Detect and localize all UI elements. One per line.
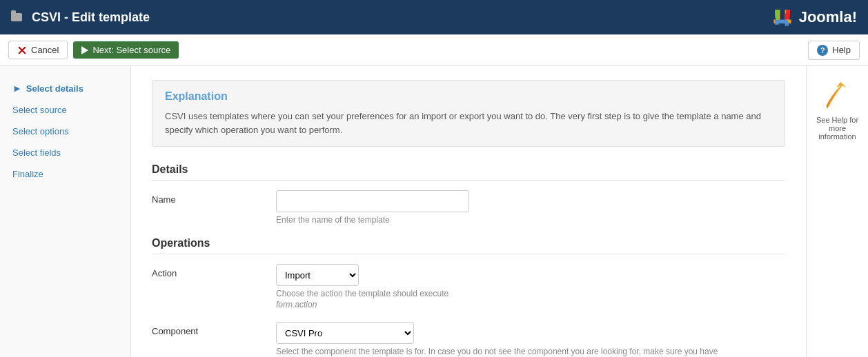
- joomla-icon: [770, 5, 795, 30]
- component-control-wrap: CSVI Pro Select the component the templa…: [276, 322, 785, 356]
- toolbar-left: Cancel Next: Select source: [8, 41, 179, 59]
- next-button[interactable]: Next: Select source: [73, 41, 179, 59]
- help-button[interactable]: ? Help: [808, 41, 860, 60]
- component-select[interactable]: CSVI Pro: [276, 322, 414, 344]
- sidebar-item-label: Select details: [26, 83, 83, 94]
- sidebar-item-select-source[interactable]: Select source: [0, 99, 130, 121]
- component-form-group: Component CSVI Pro Select the component …: [152, 322, 785, 356]
- action-control-wrap: Import Export Choose the action the temp…: [276, 264, 785, 309]
- sidebar-item-select-details[interactable]: ► Select details: [0, 77, 130, 99]
- top-bar: CSVI - Edit template Joomla!: [0, 0, 868, 34]
- joomla-logo: Joomla!: [770, 5, 857, 30]
- chevron-right-icon: ►: [12, 83, 22, 94]
- name-label: Name: [152, 190, 276, 205]
- cancel-label: Cancel: [31, 45, 59, 55]
- name-hint: Enter the name of the template: [276, 215, 785, 225]
- cancel-button[interactable]: Cancel: [8, 41, 68, 59]
- toolbar-right: ? Help: [808, 41, 860, 60]
- play-icon: [81, 46, 88, 54]
- name-control-wrap: Enter the name of the template: [276, 190, 785, 225]
- app-title: CSVI - Edit template: [32, 10, 150, 25]
- sidebar-item-label: Finalize: [12, 169, 43, 179]
- top-bar-left: CSVI - Edit template: [11, 10, 150, 25]
- help-arrow-icon: [820, 77, 855, 112]
- toolbar: Cancel Next: Select source ? Help: [0, 34, 868, 66]
- operations-section-title: Operations: [152, 237, 785, 254]
- joomla-text: Joomla!: [799, 8, 857, 26]
- name-input[interactable]: [276, 190, 469, 212]
- help-aside: See Help for more information: [806, 66, 868, 357]
- help-text: See Help for more information: [813, 116, 861, 141]
- next-label: Next: Select source: [92, 45, 170, 55]
- action-hint2: form.action: [276, 300, 785, 309]
- main-container: ► Select details Select source Select op…: [0, 66, 868, 357]
- content-area: Explanation CSVI uses templates where yo…: [131, 66, 806, 357]
- sidebar-item-label: Select source: [12, 105, 67, 115]
- explanation-box: Explanation CSVI uses templates where yo…: [152, 80, 785, 147]
- cancel-icon: [17, 45, 27, 55]
- sidebar: ► Select details Select source Select op…: [0, 66, 131, 357]
- component-hint: Select the component the template is for…: [276, 347, 785, 356]
- action-hint: Choose the action the template should ex…: [276, 289, 785, 298]
- component-label: Component: [152, 322, 276, 336]
- action-select[interactable]: Import Export: [276, 264, 359, 286]
- sidebar-item-finalize[interactable]: Finalize: [0, 163, 130, 185]
- sidebar-item-select-fields[interactable]: Select fields: [0, 142, 130, 163]
- help-label: Help: [832, 45, 851, 55]
- folder-icon: [11, 13, 22, 21]
- action-label: Action: [152, 264, 276, 278]
- explanation-title: Explanation: [165, 90, 772, 103]
- name-form-group: Name Enter the name of the template: [152, 190, 785, 225]
- sidebar-item-label: Select options: [12, 126, 69, 136]
- sidebar-item-label: Select fields: [12, 147, 61, 158]
- sidebar-item-select-options[interactable]: Select options: [0, 121, 130, 142]
- details-section-title: Details: [152, 163, 785, 181]
- action-form-group: Action Import Export Choose the action t…: [152, 264, 785, 309]
- explanation-text: CSVI uses templates where you can set yo…: [165, 110, 772, 136]
- question-icon: ?: [817, 45, 828, 56]
